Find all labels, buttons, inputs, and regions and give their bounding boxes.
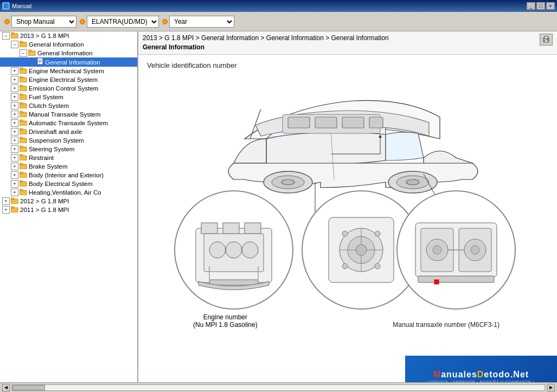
sidebar-item-body-elec[interactable]: +Body Electrical System	[0, 179, 137, 188]
sidebar[interactable]: −2013 > G 1.8 MPI−General Information−Ge…	[0, 31, 138, 382]
svg-rect-17	[20, 94, 23, 95]
expand-icon-gen-info-1[interactable]: −	[11, 41, 18, 48]
sidebar-item-y2013[interactable]: −2013 > G 1.8 MPI	[0, 31, 137, 40]
svg-point-86	[375, 231, 380, 236]
svg-point-95	[471, 246, 479, 254]
sidebar-item-fuel[interactable]: +Fuel System	[0, 93, 137, 101]
expand-icon-clutch[interactable]: +	[11, 102, 18, 110]
content-scroll[interactable]: Vehicle identification number	[138, 55, 557, 382]
model-dot	[80, 19, 85, 24]
engine-circle	[174, 190, 293, 310]
folder-icon-suspension	[20, 137, 27, 144]
breadcrumb-text: 2013 > G 1.8 MPI > General Information >…	[143, 34, 389, 42]
model-select[interactable]: ELANTRA(UD/MD)	[87, 16, 159, 28]
sidebar-item-brake[interactable]: +Brake System	[0, 162, 137, 171]
sidebar-item-y2012[interactable]: +2012 > G 1.8 MPI	[0, 197, 137, 205]
folder-icon-y2013	[11, 32, 18, 40]
svg-rect-13	[20, 76, 23, 78]
expand-icon-body[interactable]: +	[11, 171, 18, 179]
doc-icon-gen-info-3	[37, 58, 43, 66]
close-button[interactable]: ×	[546, 2, 555, 10]
sidebar-item-restraint[interactable]: +Restraint	[0, 153, 137, 162]
svg-rect-1	[11, 33, 14, 34]
print-button[interactable]	[540, 34, 553, 46]
svg-rect-43	[11, 207, 14, 208]
folder-icon-auto-trans	[20, 119, 27, 127]
svg-point-47	[547, 38, 548, 40]
svg-point-80	[356, 245, 367, 255]
svg-rect-23	[20, 120, 23, 121]
expand-icon-fuel[interactable]: +	[11, 93, 18, 101]
expand-icon-restraint[interactable]: +	[11, 154, 18, 162]
expand-icon-hvac[interactable]: +	[11, 189, 18, 196]
expand-icon-y2013[interactable]: −	[2, 32, 10, 40]
sidebar-item-body[interactable]: +Body (Interior and Exterior)	[0, 171, 137, 179]
expand-icon-y2012[interactable]: +	[2, 197, 10, 205]
sidebar-label-hvac: Heating,Ventilation, Air Co	[29, 189, 101, 196]
sidebar-item-hvac[interactable]: +Heating,Ventilation, Air Co	[0, 188, 137, 197]
bottom-bar: ◀ ▶	[0, 382, 557, 392]
sidebar-label-emission: Emission Control System	[29, 85, 98, 92]
expand-icon-eng-mech[interactable]: +	[11, 67, 18, 75]
manual-select[interactable]: Shop Manual	[11, 16, 76, 28]
svg-rect-58	[315, 117, 337, 128]
expand-icon-suspension[interactable]: +	[11, 137, 18, 144]
scroll-left-button[interactable]: ◀	[2, 384, 10, 391]
maximize-button[interactable]: □	[536, 2, 545, 10]
year-select-wrapper: Year 2013 2012 2011	[162, 16, 234, 28]
expand-icon-eng-elec[interactable]: +	[11, 76, 18, 83]
expand-icon-y2011[interactable]: +	[2, 206, 10, 214]
expand-icon-body-elec[interactable]: +	[11, 180, 18, 188]
expand-icon-brake[interactable]: +	[11, 163, 18, 170]
expand-icon-steering[interactable]: +	[11, 145, 18, 153]
sidebar-item-driveshaft[interactable]: +Driveshaft and axle	[0, 127, 137, 136]
sidebar-item-auto-trans[interactable]: +Automatic Transaxle System	[0, 119, 137, 127]
folder-icon-eng-mech	[20, 67, 27, 75]
expand-icon-auto-trans[interactable]: +	[11, 119, 18, 127]
expand-icon-manual-trans[interactable]: +	[11, 111, 18, 118]
expand-icon-emission[interactable]: +	[11, 85, 18, 92]
folder-icon-eng-elec	[20, 76, 27, 83]
sidebar-label-driveshaft: Driveshaft and axle	[29, 128, 82, 135]
app-icon: 📘	[2, 2, 10, 10]
sidebar-item-eng-elec[interactable]: +Engine Electrical System	[0, 75, 137, 84]
expand-icon-driveshaft[interactable]: +	[11, 128, 18, 136]
svg-rect-60	[369, 117, 383, 128]
sidebar-label-gen-info-2: General Information	[37, 50, 93, 56]
svg-rect-3	[20, 41, 23, 43]
sidebar-item-emission[interactable]: +Emission Control System	[0, 84, 137, 93]
sidebar-item-suspension[interactable]: +Suspension System	[0, 136, 137, 145]
scroll-track[interactable]	[12, 384, 545, 391]
sidebar-label-eng-elec: Engine Electrical System	[29, 76, 98, 83]
folder-icon-manual-trans	[20, 111, 27, 118]
expand-icon-gen-info-2[interactable]: −	[20, 49, 27, 57]
sidebar-item-clutch[interactable]: +Clutch System	[0, 101, 137, 110]
svg-rect-57	[288, 117, 310, 128]
folder-icon-y2011	[11, 206, 18, 214]
manual-select-wrapper: Shop Manual	[4, 16, 76, 28]
sidebar-item-steering[interactable]: +Steering System	[0, 145, 137, 153]
svg-rect-74	[209, 280, 258, 285]
folder-icon-body	[20, 171, 27, 179]
sidebar-item-y2011[interactable]: +2011 > G 1.8 MPI	[0, 205, 137, 214]
print-icon	[542, 36, 550, 43]
sidebar-item-eng-mech[interactable]: +Engine Mechanical System	[0, 67, 137, 75]
svg-point-73	[242, 242, 258, 258]
svg-point-71	[209, 242, 226, 258]
sidebar-item-gen-info-2[interactable]: −General Information	[0, 49, 137, 57]
minimize-button[interactable]: _	[527, 2, 535, 10]
year-select[interactable]: Year 2013 2012 2011	[169, 16, 234, 28]
sidebar-label-gen-info-1: General Information	[29, 41, 84, 48]
scroll-right-button[interactable]: ▶	[547, 384, 555, 391]
watermark-brand: ManualesDetodo.Net	[433, 370, 529, 380]
sidebar-item-gen-info-1[interactable]: −General Information	[0, 40, 137, 49]
sidebar-item-manual-trans[interactable]: +Manual Transaxle System	[0, 110, 137, 119]
engine-label: Engine number (Nu MPI 1.8 Gasoline)	[193, 313, 258, 329]
folder-icon-fuel	[20, 93, 27, 101]
watermark: ManualesDetodo.Net CONOCE · APRENDE · EN…	[405, 356, 557, 382]
sidebar-item-gen-info-3[interactable]: General Information	[0, 57, 137, 67]
content-area: 2013 > G 1.8 MPI > General Information >…	[138, 31, 557, 382]
svg-rect-69	[245, 223, 261, 234]
sidebar-label-y2011: 2011 > G 1.8 MPI	[20, 207, 69, 213]
sidebar-label-manual-trans: Manual Transaxle System	[29, 111, 100, 118]
